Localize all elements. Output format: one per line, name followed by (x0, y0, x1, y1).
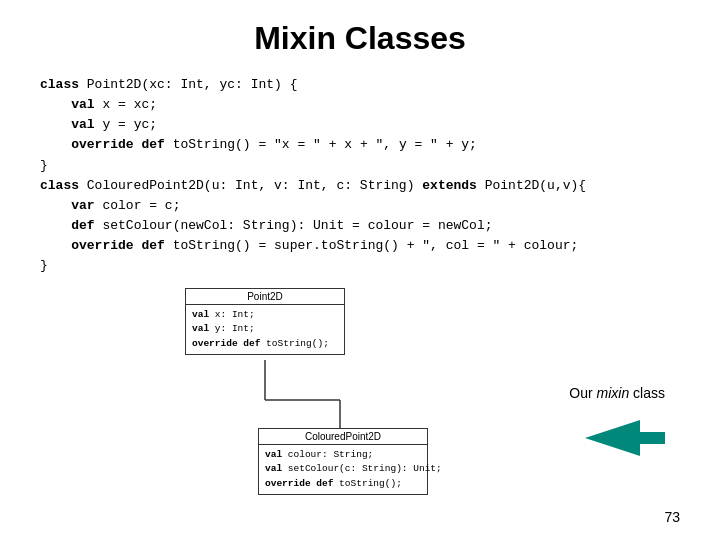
uml-point2d-body: val x: Int; val y: Int; override def toS… (186, 305, 344, 354)
uml-coloured-row-2: val setColour(c: String): Unit; (265, 462, 421, 476)
uml-point2d-row-1: val x: Int; (192, 308, 338, 322)
svg-marker-3 (585, 420, 665, 456)
keyword-val-2: val (71, 117, 94, 132)
uml-point2d-row-2: val y: Int; (192, 322, 338, 336)
keyword-extends: extends (422, 178, 477, 193)
code-line-5: } (40, 156, 680, 176)
uml-coloured-box: ColouredPoint2D val colour: String; val … (258, 428, 428, 495)
code-line-8: def setColour(newCol: String): Unit = co… (40, 216, 680, 236)
code-line-7: var color = c; (40, 196, 680, 216)
code-line-6: class ColouredPoint2D(u: Int, v: Int, c:… (40, 176, 680, 196)
mixin-label: Our mixin class (569, 385, 665, 401)
keyword-override-2: override def (71, 238, 165, 253)
code-line-2: val x = xc; (40, 95, 680, 115)
uml-coloured-title: ColouredPoint2D (259, 429, 427, 445)
keyword-class-1: class (40, 77, 79, 92)
uml-point2d-box: Point2D val x: Int; val y: Int; override… (185, 288, 345, 355)
page-number: 73 (664, 509, 680, 525)
code-line-10: } (40, 256, 680, 276)
uml-point2d-row-3: override def toString(); (192, 337, 338, 351)
slide: Mixin Classes class Point2D(xc: Int, yc:… (0, 0, 720, 540)
code-line-4: override def toString() = "x = " + x + "… (40, 135, 680, 155)
mixin-text-class: class (629, 385, 665, 401)
mixin-text-our: Our (569, 385, 596, 401)
code-line-1: class Point2D(xc: Int, yc: Int) { (40, 75, 680, 95)
keyword-override-1: override def (71, 137, 165, 152)
uml-point2d: Point2D val x: Int; val y: Int; override… (185, 288, 345, 355)
uml-coloured-row-1: val colour: String; (265, 448, 421, 462)
keyword-class-2: class (40, 178, 79, 193)
code-line-9: override def toString() = super.toString… (40, 236, 680, 256)
mixin-italic: mixin (597, 385, 630, 401)
keyword-val-1: val (71, 97, 94, 112)
slide-title: Mixin Classes (40, 20, 680, 57)
uml-coloured-row-3: override def toString(); (265, 477, 421, 491)
keyword-def: def (71, 218, 94, 233)
uml-coloured: ColouredPoint2D val colour: String; val … (258, 428, 428, 495)
keyword-var: var (71, 198, 94, 213)
uml-coloured-body: val colour: String; val setColour(c: Str… (259, 445, 427, 494)
code-block: class Point2D(xc: Int, yc: Int) { val x … (40, 75, 680, 276)
code-line-3: val y = yc; (40, 115, 680, 135)
teal-arrow-svg (585, 420, 665, 456)
uml-point2d-title: Point2D (186, 289, 344, 305)
